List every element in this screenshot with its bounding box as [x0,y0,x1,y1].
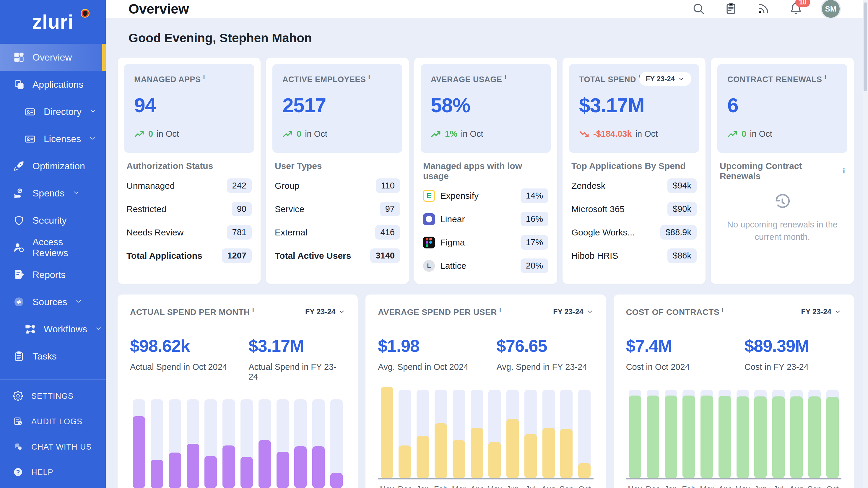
sidebar-item-security[interactable]: Security [0,207,106,234]
list-row-microsoft-365[interactable]: Microsoft 365 $90k [571,197,696,221]
sidebar-item-directory[interactable]: Directory [0,98,106,125]
scrollbar[interactable] [863,0,868,488]
scrollbar-thumb[interactable] [864,2,867,91]
kpi-card-row: MANAGED APPSi 94 0 in Oct Authorization … [118,58,854,284]
bar-nov[interactable] [629,390,641,478]
sidebar-footer-item-chat-with-us[interactable]: CHAT WITH US [0,434,106,460]
bar-feb[interactable] [187,399,199,488]
info-icon[interactable]: i [505,73,506,80]
history-icon [773,208,792,213]
info-icon[interactable]: i [252,306,254,313]
bar-jul[interactable] [277,399,289,488]
bar-jun[interactable] [506,390,519,478]
sidebar-item-reports[interactable]: Reports [0,261,106,288]
bar-dec[interactable] [151,399,163,488]
sidebar-item-applications[interactable]: Applications [0,71,106,98]
list-row-group[interactable]: Group 110 [275,174,400,197]
sidebar-item-tasks[interactable]: Tasks [0,343,106,370]
sidebar-footer-item-settings[interactable]: SETTINGS [0,384,106,409]
bar-aug[interactable] [294,399,307,488]
bar-apr[interactable] [222,399,235,488]
list-row-figma[interactable]: Figma 17% [423,231,548,254]
bar-jan[interactable] [416,390,429,478]
bar-oct[interactable] [578,390,591,478]
bar-oct[interactable] [826,390,839,478]
list-row-restricted[interactable]: Restricted 90 [126,197,252,221]
bar-oct[interactable] [330,399,343,488]
bar-may[interactable] [488,390,501,478]
bar-sep[interactable] [312,399,325,488]
brand-logo[interactable]: zluri [0,0,106,44]
bar-fill [277,452,289,488]
feed-button[interactable] [757,2,770,16]
bar-jan[interactable] [665,390,677,478]
total-label: Total Applications [126,251,203,261]
bar-dec[interactable] [399,390,411,478]
notifications-button[interactable]: 10 [789,2,802,16]
row-value-pill: 16% [521,212,548,226]
search-button[interactable] [692,2,705,16]
bar-dec[interactable] [647,390,659,478]
sidebar-item-access-reviews[interactable]: Access Reviews [0,234,106,261]
bar-sep[interactable] [808,390,821,478]
fy-selector[interactable]: FY 23-24 [639,72,691,86]
bar-may[interactable] [737,390,749,478]
bar-feb[interactable] [435,390,447,478]
list-row-unmanaged[interactable]: Unmanaged 242 [126,174,252,197]
bar-jun[interactable] [258,399,271,488]
bar-aug[interactable] [542,390,555,478]
bar-nov[interactable] [133,399,145,488]
sidebar-item-label: Directory [44,106,82,117]
list-row-expensify[interactable]: EExpensify 14% [423,184,548,207]
row-value-pill: 97 [380,202,400,216]
info-icon[interactable]: i [203,73,205,80]
list-row-zendesk[interactable]: Zendesk $94k [571,174,696,197]
sidebar-footer-item-audit-logs[interactable]: AUDIT LOGS [0,409,106,434]
bar-jun[interactable] [754,390,767,478]
bar-aug[interactable] [790,390,803,478]
list-row-service[interactable]: Service 97 [275,197,400,221]
list-row-external[interactable]: External 416 [275,221,400,244]
list-row-google-works[interactable]: Google Works... $88.9k [571,221,696,244]
info-icon[interactable]: i [825,73,826,80]
bar-feb[interactable] [682,390,695,478]
bar-jan[interactable] [169,399,181,488]
sidebar-item-workflows[interactable]: Workflows [0,315,106,343]
list-row-linear[interactable]: Linear 16% [423,207,548,231]
bar-may[interactable] [241,399,253,488]
info-icon[interactable]: i [843,167,845,175]
sidebar-item-optimization[interactable]: Optimization [0,152,106,180]
sidebar-item-sources[interactable]: Sources [0,288,106,315]
fy-selector[interactable]: FY 23-24 [553,307,593,316]
list-row-needs-review[interactable]: Needs Review 781 [126,221,252,244]
bar-mar[interactable] [701,390,713,478]
row-value-pill: 17% [521,235,548,250]
list-row-lattice[interactable]: LLattice 20% [423,254,548,277]
bar-sep[interactable] [560,390,572,478]
row-value-pill: $86k [668,248,696,263]
fy-selector[interactable]: FY 23-24 [305,307,345,316]
sidebar-item-overview[interactable]: Overview [0,44,106,71]
info-icon[interactable]: i [722,306,723,313]
bar-jul[interactable] [524,390,537,478]
bar-mar[interactable] [205,399,217,488]
info-icon[interactable]: i [368,73,370,80]
sidebar-footer-item-help[interactable]: HELP [0,460,106,485]
bar-jul[interactable] [772,390,785,478]
bar-apr[interactable] [718,390,731,478]
sidebar-item-label: Reports [32,269,66,280]
clipboard-button[interactable] [724,2,737,16]
trend-period: in Oct [157,129,179,139]
sidebar-item-spends[interactable]: Spends [0,180,106,207]
list-row-hibob-hris[interactable]: Hibob HRIS $86k [571,244,696,267]
fy-selector[interactable]: FY 23-24 [801,307,841,316]
month-label: Apr [471,485,483,488]
info-icon[interactable]: i [499,306,501,313]
month-axis: NovDecJanFebMarAprMayJunJulAugSepOct [378,485,593,488]
sidebar-item-licenses[interactable]: Licenses [0,125,106,152]
sidebar-item-label: Optimization [32,161,85,172]
bar-apr[interactable] [471,390,483,478]
bar-nov[interactable] [381,390,393,478]
avatar[interactable]: SM [822,0,840,18]
bar-mar[interactable] [453,390,465,478]
